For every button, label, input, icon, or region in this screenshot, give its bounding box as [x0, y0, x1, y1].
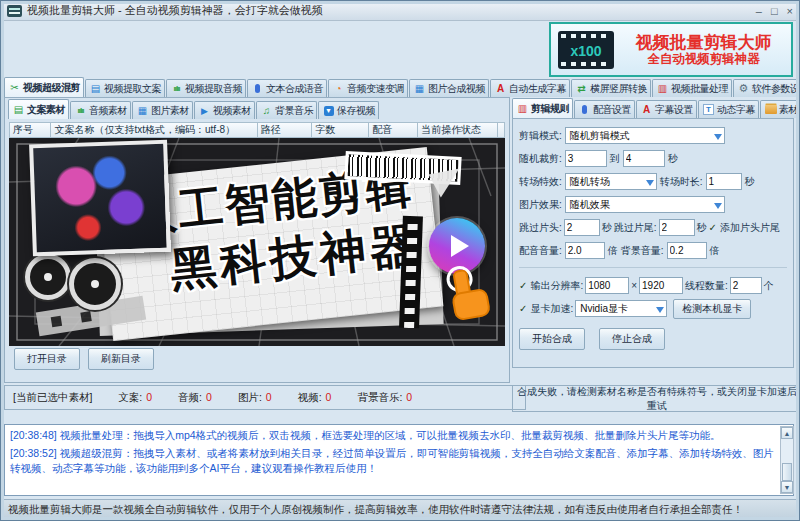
logo-title: 视频批量剪辑大师 — [623, 33, 784, 52]
selection-video-count: 视频:0 — [298, 391, 332, 405]
synthesis-status-box: 合成失败，请检测素材名称是否有特殊符号，或关闭显卡加速后重试 — [512, 385, 800, 412]
transition-duration-input[interactable] — [706, 173, 742, 190]
resolution-width-input[interactable] — [585, 277, 629, 294]
selection-bgm-count: 背景音乐:0 — [357, 391, 412, 405]
image-icon — [136, 105, 149, 116]
transition-select[interactable]: 随机转场 — [565, 173, 657, 190]
col-status[interactable]: 当前操作状态 — [418, 122, 498, 138]
skip-head-input[interactable] — [564, 219, 600, 236]
resolution-height-input[interactable] — [639, 277, 683, 294]
subtab-label: 音频素材 — [89, 104, 127, 118]
film-icon — [516, 103, 529, 114]
maximize-button[interactable]: □ — [771, 5, 778, 17]
subtab-audio-material[interactable]: 音频素材 — [70, 101, 131, 119]
main-tab-bar: 视频超级混剪 视频提取文案 视频提取音频 文本合成语音 音频变速变调 图片合成视… — [4, 79, 800, 97]
minimize-button[interactable]: – — [756, 5, 762, 17]
subtab-save-video[interactable]: 保存视频 — [318, 101, 379, 119]
col-path[interactable]: 路径 — [258, 122, 313, 138]
microphone-icon — [578, 104, 591, 115]
stop-synthesis-button[interactable]: 停止合成 — [599, 328, 665, 350]
rtab-edit-rules[interactable]: 剪辑规则 — [512, 98, 573, 118]
model-photo — [29, 140, 171, 257]
threads-label: 线程数量: — [685, 279, 728, 293]
tab-text-to-speech[interactable]: 文本合成语音 — [247, 79, 327, 97]
subtab-bgm[interactable]: 背景音乐 — [256, 101, 317, 119]
log-entry: [20:38:52] 视频超级混剪：拖拽导入素材、或者将素材放到相关目录，经过简… — [10, 446, 775, 476]
log-scrollbar[interactable]: ▲ ▼ — [780, 426, 794, 494]
clip-mode-select[interactable]: 随机剪辑模式 — [565, 127, 725, 144]
add-intro-outro-label[interactable]: 添加片头片尾 — [720, 221, 780, 235]
rtab-label: 剪辑规则 — [531, 102, 569, 116]
to-label: 到 — [610, 152, 620, 166]
scrollbar-thumb[interactable] — [782, 463, 792, 481]
film-strip-decor — [399, 216, 423, 329]
rtab-label: 素材目录 — [779, 103, 800, 117]
transition-duration-label: 转场时长: — [660, 175, 703, 189]
subtab-video-material[interactable]: 视频素材 — [194, 101, 255, 119]
col-voice[interactable]: 配音 — [369, 122, 418, 138]
tab-label: 软件参数设置 — [752, 82, 800, 96]
title-bar: 视频批量剪辑大师 - 全自动视频剪辑神器，会打字就会做视频 – □ × — [1, 1, 799, 21]
tab-landscape-portrait[interactable]: 横屏竖屏转换 — [571, 79, 651, 97]
bgm-volume-input[interactable] — [667, 242, 707, 259]
settings-tab-bar: 剪辑规则 配音设置 字幕设置 动态字幕 素材目录 — [512, 99, 800, 118]
subtitle-a-icon — [640, 104, 653, 115]
rtab-label: 配音设置 — [593, 103, 631, 117]
random-cut-label: 随机裁剪: — [519, 152, 562, 166]
tab-label: 视频提取文案 — [104, 82, 161, 96]
random-cut-to-input[interactable] — [623, 150, 665, 167]
log-timestamp: [20:38:52] — [10, 447, 57, 459]
tab-settings[interactable]: 软件参数设置 — [733, 79, 800, 97]
rtab-material-dir[interactable]: 素材目录 — [760, 100, 800, 118]
close-button[interactable]: × — [787, 5, 793, 17]
bgm-volume-label: 背景音量: — [621, 244, 664, 258]
skip-tail-input[interactable] — [659, 219, 695, 236]
skip-head-label: 跳过片头: — [519, 221, 562, 235]
material-tab-bar: 文案素材 音频素材 图片素材 视频素材 背景音乐 保存视频 — [8, 100, 379, 119]
unit-seconds: 秒 — [602, 221, 612, 235]
threads-input[interactable] — [730, 277, 762, 294]
tab-label: 音频变速变调 — [347, 82, 404, 96]
tab-label: 文本合成语音 — [266, 82, 323, 96]
col-name[interactable]: 文案名称（仅支持txt格式，编码：utf-8） — [51, 122, 257, 138]
gpu-label: 显卡加速: — [530, 302, 573, 316]
random-cut-from-input[interactable] — [565, 150, 607, 167]
window-title: 视频批量剪辑大师 - 全自动视频剪辑神器，会打字就会做视频 — [27, 3, 323, 18]
col-wordcount[interactable]: 字数 — [312, 122, 369, 138]
tab-video-batch[interactable]: 视频批量处理 — [652, 79, 732, 97]
tab-video-super-mix[interactable]: 视频超级混剪 — [4, 77, 84, 97]
tab-video-extract-text[interactable]: 视频提取文案 — [85, 79, 165, 97]
col-index[interactable]: 序号 — [9, 122, 51, 138]
selection-prefix: [当前已选中素材] — [13, 391, 92, 405]
film-icon — [656, 83, 669, 94]
gpu-checkbox[interactable]: ✓ — [519, 303, 527, 314]
image-effect-select[interactable]: 随机效果 — [565, 196, 725, 213]
tab-label: 横屏竖屏转换 — [590, 82, 647, 96]
start-synthesis-button[interactable]: 开始合成 — [519, 328, 585, 350]
scroll-up-icon[interactable]: ▲ — [781, 427, 793, 439]
tab-label: 自动生成字幕 — [509, 82, 566, 96]
add-intro-outro-checkbox[interactable]: ✓ — [709, 222, 717, 233]
gpu-select[interactable]: Nvidia显卡 — [575, 300, 667, 317]
rtab-dynamic-subtitle[interactable]: 动态字幕 — [698, 100, 759, 118]
chevron-down-icon — [714, 134, 722, 144]
subtab-text-material[interactable]: 文案素材 — [8, 99, 69, 119]
rtab-subtitle-settings[interactable]: 字幕设置 — [636, 100, 697, 118]
open-directory-button[interactable]: 打开目录 — [14, 348, 80, 370]
scroll-down-icon[interactable]: ▼ — [781, 481, 793, 493]
refresh-directory-button[interactable]: 刷新目录 — [88, 348, 154, 370]
tab-audio-speed-pitch[interactable]: 音频变速变调 — [328, 79, 408, 97]
tab-image-to-video[interactable]: 图片合成视频 — [409, 79, 489, 97]
detect-gpu-button[interactable]: 检测本机显卡 — [673, 299, 751, 319]
tab-video-extract-audio[interactable]: 视频提取音频 — [166, 79, 246, 97]
subtab-image-material[interactable]: 图片素材 — [132, 101, 193, 119]
gauge-icon — [332, 83, 345, 94]
tab-auto-subtitles[interactable]: 自动生成字幕 — [490, 79, 570, 97]
voice-volume-label: 配音音量: — [519, 244, 562, 258]
resolution-checkbox[interactable]: ✓ — [519, 280, 527, 291]
skip-tail-label: 跳过片尾: — [614, 221, 657, 235]
logo-subtitle: 全自动视频剪辑神器 — [623, 52, 784, 67]
voice-volume-input[interactable] — [565, 242, 605, 259]
rtab-voice-settings[interactable]: 配音设置 — [574, 100, 635, 118]
document-icon — [12, 104, 25, 115]
